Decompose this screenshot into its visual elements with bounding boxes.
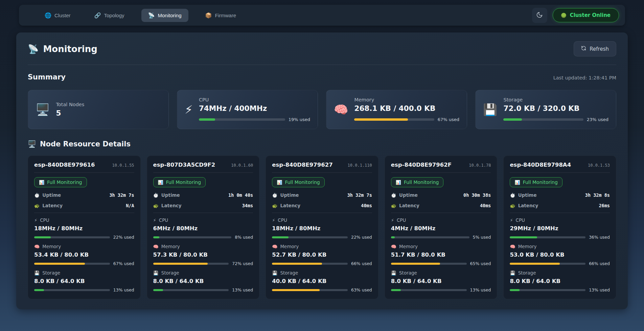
metric-name: CPU (397, 217, 406, 223)
uptime-label: ⏱️Uptime (391, 192, 418, 198)
tab-topology[interactable]: 🔗 Topology (87, 9, 131, 22)
storage-summary-card: 💾 Storage 72.0 KB / 320.0 KB 23% used (475, 90, 616, 129)
percent-used-label: 8% used (235, 235, 253, 240)
tab-firmware[interactable]: 📦 Firmware (199, 9, 243, 22)
node-ip: 10.0.1.78 (469, 163, 491, 168)
node-details-heading: 🖥️ Node Resource Details (28, 140, 616, 148)
bar-chart-icon: 📊 (158, 180, 163, 185)
floppy-disk-icon: 💾 (153, 270, 159, 276)
bar-chart-icon: 📊 (277, 180, 282, 185)
storage-metric: 💾Storage 8.0 KB / 64.0 KB 13% used (34, 270, 134, 292)
percent-used-label: 13% used (470, 287, 491, 292)
metric-name: Storage (399, 270, 417, 276)
metric-value: 4MHz / 80MHz (391, 225, 491, 232)
metric-name: Memory (399, 244, 418, 249)
metric-name: CPU (159, 217, 168, 223)
cpu-metric: ⚡CPU 18MHz / 80MHz 22% used (34, 217, 134, 240)
percent-used-label: 13% used (113, 287, 134, 292)
turtle-icon: 🐢 (510, 203, 515, 208)
badge-label: Full Monitoring (404, 180, 439, 185)
cpu-metric: ⚡CPU 6MHz / 80MHz 8% used (153, 217, 253, 240)
metric-name: Storage (42, 270, 60, 276)
percent-used-label: 19% used (289, 117, 310, 122)
divider (34, 172, 134, 173)
progress-bar (153, 289, 229, 291)
divider (34, 213, 134, 213)
card-value: 268.1 KB / 400.0 KB (354, 104, 459, 113)
divider (153, 213, 253, 213)
progress-bar (153, 263, 229, 265)
tab-cluster[interactable]: 🌐 Cluster (38, 9, 77, 22)
badge-label: Full Monitoring (47, 180, 82, 185)
metric-name: Storage (518, 270, 536, 276)
latency-label: 🐢Latency (34, 203, 63, 208)
progress-fill (354, 118, 408, 121)
cpu-metric: ⚡CPU 18MHz / 80MHz 22% used (272, 217, 372, 240)
cpu-metric: ⚡CPU 29MHz / 80MHz 36% used (510, 217, 610, 240)
uptime-label: ⏱️Uptime (272, 192, 299, 198)
stopwatch-icon: ⏱️ (510, 193, 515, 198)
card-label: CPU (199, 97, 310, 102)
storage-metric: 💾Storage 8.0 KB / 64.0 KB 13% used (391, 270, 491, 292)
progress-fill (199, 118, 215, 121)
progress-bar (391, 263, 467, 265)
card-label: Total Nodes (56, 102, 161, 107)
progress-bar (34, 263, 110, 265)
percent-used-label: 66% used (351, 261, 372, 266)
node-name: esp-840D8E9798A4 (510, 162, 571, 168)
divider (153, 172, 253, 173)
progress-bar (391, 289, 467, 291)
card-label: Memory (354, 97, 459, 102)
metric-name: CPU (278, 217, 287, 223)
percent-used-label: 67% used (438, 117, 459, 122)
badge-label: Full Monitoring (523, 180, 558, 185)
progress-fill (503, 118, 522, 121)
progress-fill (34, 263, 85, 265)
latency-value: 26ms (599, 203, 610, 208)
percent-used-label: 22% used (351, 235, 372, 240)
summary-heading: Summary (28, 73, 66, 81)
total-nodes-card: 🖥️ Total Nodes 5 (28, 90, 169, 129)
metric-name: Storage (280, 270, 298, 276)
latency-label: 🐢Latency (153, 203, 182, 208)
stopwatch-icon: ⏱️ (153, 193, 159, 198)
node-name: esp-840D8E979616 (34, 162, 95, 168)
progress-fill (391, 263, 440, 265)
progress-fill (153, 236, 160, 238)
stopwatch-icon: ⏱️ (272, 193, 277, 198)
theme-toggle-button[interactable] (532, 8, 547, 23)
progress-bar (153, 236, 232, 238)
cpu-summary-card: ⚡ CPU 74MHz / 400MHz 19% used (177, 90, 318, 129)
full-monitoring-badge: 📊 Full Monitoring (272, 177, 325, 187)
brain-icon: 🧠 (272, 244, 277, 249)
tab-monitoring[interactable]: 📡 Monitoring (141, 9, 188, 22)
uptime-value: 0h 30m 38s (463, 192, 491, 198)
progress-fill (510, 289, 520, 291)
memory-metric: 🧠Memory 51.7 KB / 80.0 KB 65% used (391, 244, 491, 266)
node-card: esp-840D8E979616 10.0.1.55 📊 Full Monito… (28, 156, 141, 299)
floppy-disk-icon: 💾 (510, 270, 515, 276)
node-card: esp-840D8E9798A4 10.0.1.53 📊 Full Monito… (503, 156, 616, 299)
node-card: esp-807D3A5CD9F2 10.0.1.60 📊 Full Monito… (147, 156, 260, 299)
progress-fill (153, 263, 208, 265)
memory-summary-card: 🧠 Memory 268.1 KB / 400.0 KB 67% used (326, 90, 467, 129)
node-details-heading-text: Node Resource Details (40, 140, 131, 148)
divider (510, 172, 610, 173)
node-ip: 10.0.1.53 (588, 163, 610, 168)
metric-name: CPU (516, 217, 525, 223)
panel-header: 📡 Monitoring Refresh (28, 41, 616, 65)
metric-name: Memory (518, 244, 537, 249)
divider (510, 213, 610, 213)
metric-value: 8.0 KB / 64.0 KB (391, 278, 491, 284)
satellite-dish-icon: 📡 (28, 44, 39, 54)
link-icon: 🔗 (94, 12, 101, 19)
storage-metric: 💾Storage 8.0 KB / 64.0 KB 13% used (510, 270, 610, 292)
globe-icon: 🌐 (45, 12, 51, 19)
percent-used-label: 72% used (232, 261, 253, 266)
progress-fill (510, 236, 537, 238)
progress-fill (153, 289, 163, 291)
latency-label: 🐢Latency (391, 203, 419, 208)
refresh-button[interactable]: Refresh (574, 41, 616, 56)
turtle-icon: 🐢 (391, 203, 396, 208)
latency-value: 40ms (480, 203, 491, 208)
